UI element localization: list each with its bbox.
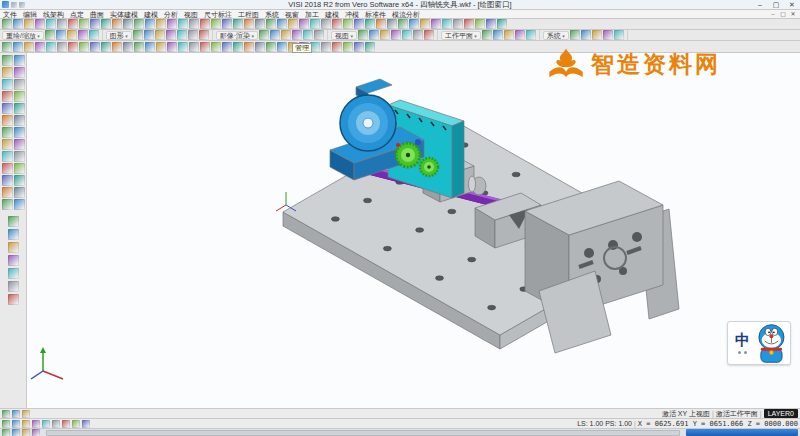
tool-4-icon[interactable] [166,30,176,40]
orient-view-icon[interactable] [14,151,25,162]
create-ellipse-icon[interactable] [288,19,298,29]
tool-5-icon[interactable] [402,30,412,40]
attribute-manager-icon[interactable] [233,19,243,29]
mask-entities-icon[interactable] [14,79,25,90]
unblank-entity-icon[interactable] [14,187,25,198]
copy-icon[interactable] [101,19,111,29]
menu-item[interactable]: 冲模 [342,10,362,19]
history-list-icon[interactable] [12,410,20,418]
selection-filter-icon[interactable] [134,19,144,29]
line-type-icon[interactable] [8,255,19,266]
settings-icon[interactable] [497,19,507,29]
rib-tool-icon[interactable] [321,42,331,52]
tool-6-icon[interactable] [314,30,324,40]
right-fixture[interactable] [525,181,679,353]
dynamic-pan-icon[interactable] [14,163,25,174]
tool-4-icon[interactable] [292,30,302,40]
translate-icon[interactable] [398,19,408,29]
show-hide-icon[interactable] [14,175,25,186]
transparency-icon[interactable] [8,281,19,292]
toolbar-group-label[interactable]: 系统 [543,31,569,40]
snap-toggle-icon[interactable] [22,420,30,428]
command-input[interactable] [46,430,680,436]
create-spline-icon[interactable] [299,19,309,29]
prompt-filter-icon[interactable] [22,410,30,418]
tool-3-icon[interactable] [380,30,390,40]
entity-properties-icon[interactable] [486,19,496,29]
select-solid-icon[interactable] [14,67,25,78]
coordinate-input-icon[interactable] [82,420,90,428]
lock-input-icon[interactable] [32,429,40,436]
tool-3-icon[interactable] [155,30,165,40]
render-quality-icon[interactable] [8,294,19,305]
mass-properties-icon[interactable] [354,42,364,52]
quick-save-icon[interactable] [11,2,17,8]
right-view-icon[interactable] [79,42,89,52]
tool-4-icon[interactable] [78,30,88,40]
extend-icon[interactable] [354,19,364,29]
rotate-icon[interactable] [409,19,419,29]
create-rectangle-icon[interactable] [310,19,320,29]
menu-item[interactable]: 加工 [302,10,322,19]
menu-item[interactable]: 模流分析 [389,10,423,19]
hatch-icon[interactable] [475,19,485,29]
tool-3-icon[interactable] [281,30,291,40]
interference-check-icon[interactable] [343,42,353,52]
print-icon[interactable] [46,19,56,29]
new-file-icon[interactable] [2,19,12,29]
dynamic-zoom-icon[interactable] [2,175,13,186]
toolbar-group-label[interactable]: 视图 [331,31,357,40]
tool-2-icon[interactable] [144,30,154,40]
pattern-array-icon[interactable] [431,19,441,29]
tool-1-icon[interactable] [133,30,143,40]
grid-toggle-icon[interactable] [32,420,40,428]
active-workplane-label[interactable]: 激活工作平面 [716,409,758,419]
midpoint-snap-icon[interactable] [2,103,13,114]
create-polygon-icon[interactable] [321,19,331,29]
isometric-view-icon[interactable] [46,42,56,52]
tool-2-icon[interactable] [581,30,591,40]
user-cs-icon[interactable] [14,127,25,138]
tool-1-icon[interactable] [358,30,368,40]
tool-2-icon[interactable] [270,30,280,40]
quick-undo-icon[interactable] [19,2,25,8]
undo-icon[interactable] [68,19,78,29]
menu-item[interactable]: 建模 [322,10,342,19]
clipping-plane-icon[interactable] [156,42,166,52]
endpoint-snap-icon[interactable] [14,91,25,102]
command-line-icon[interactable] [12,420,20,428]
save-all-icon[interactable] [35,19,45,29]
front-view-icon[interactable] [68,42,78,52]
select-face-icon[interactable] [14,55,25,66]
cut-icon[interactable] [90,19,100,29]
refresh-icon[interactable] [211,19,221,29]
tool-3-icon[interactable] [592,30,602,40]
zoom-fit-icon[interactable] [167,19,177,29]
line-weight-icon[interactable] [8,268,19,279]
entity-layer-icon[interactable] [8,242,19,253]
menu-item[interactable]: 工程图 [235,10,262,19]
pin-prompt-icon[interactable] [2,410,10,418]
menu-item[interactable]: 文件 [0,10,20,19]
command-point-icon[interactable] [2,420,10,428]
toolbar-group-label[interactable]: 重绘/缩放 [2,31,44,40]
dimension-icon[interactable] [453,19,463,29]
mdi-minimize-button[interactable]: – [768,10,778,19]
open-file-icon[interactable] [13,19,23,29]
tool-1-icon[interactable] [570,30,580,40]
perspective-view-icon[interactable] [35,42,45,52]
toolbar-group-label[interactable]: 工作平面 [441,31,481,40]
cad-model[interactable] [27,53,800,408]
angle-snap-icon[interactable] [22,429,30,436]
scale-icon[interactable] [420,19,430,29]
menu-item[interactable]: 线架构 [40,10,67,19]
select-all-icon[interactable] [145,19,155,29]
create-arc-icon[interactable] [266,19,276,29]
tool-1-icon[interactable] [45,30,55,40]
delete-icon[interactable] [123,19,133,29]
offset-curve-icon[interactable] [332,19,342,29]
grid-snap-icon[interactable] [2,91,13,102]
sweep-solid-icon[interactable] [255,42,265,52]
menu-item[interactable]: 尺寸标注 [201,10,235,19]
select-entity-icon[interactable] [2,55,13,66]
